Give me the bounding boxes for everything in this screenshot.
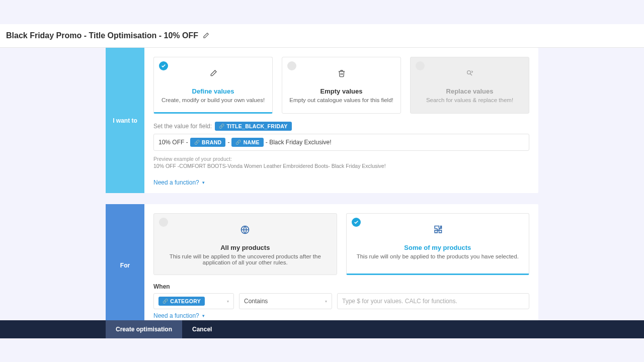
card-title: Replace values <box>417 87 523 95</box>
when-label: When <box>153 283 529 290</box>
side-label-iwantto: I want to <box>106 48 144 193</box>
card-title: Empty values <box>288 87 394 95</box>
value-formula-input[interactable]: 10% OFF - 🔗 BRAND - 🔗 NAME - Black Frida… <box>153 134 529 151</box>
field-label: Set the value for field: <box>153 123 212 130</box>
value-tag-name[interactable]: 🔗 NAME <box>231 138 263 147</box>
option-replace-values: Replace values Search for values & repla… <box>410 57 529 114</box>
when-operator-select[interactable]: Contains ▾ <box>239 293 332 309</box>
card-title: All my products <box>160 244 331 251</box>
value-text-part: 10% OFF - <box>158 139 188 146</box>
cancel-button[interactable]: Cancel <box>182 320 222 338</box>
card-title: Some of my products <box>353 244 523 251</box>
chevron-down-icon: ▾ <box>325 299 327 304</box>
option-empty-values[interactable]: Empty values Empty out catalogue values … <box>282 57 401 114</box>
check-icon <box>416 61 425 70</box>
create-optimisation-button[interactable]: Create optimisation <box>106 320 182 338</box>
card-subtitle: This rule will only be applied to the pr… <box>353 253 523 259</box>
link-icon: 🔗 <box>194 140 200 145</box>
pencil-icon <box>160 66 266 80</box>
trash-icon <box>288 66 394 80</box>
option-define-values[interactable]: Define values Create, modify or build yo… <box>153 57 273 114</box>
card-title: Define values <box>160 87 266 95</box>
link-icon: 🔗 <box>163 299 168 304</box>
check-icon <box>352 218 361 227</box>
when-value-input[interactable] <box>337 293 529 309</box>
when-field-select[interactable]: 🔗 CATEGORY ▾ <box>153 293 234 309</box>
need-function-link[interactable]: Need a function? ▾ <box>153 179 205 186</box>
page-title: Black Friday Promo - Title Optimisation … <box>6 31 198 40</box>
chevron-down-icon: ▾ <box>202 313 205 318</box>
value-tag-brand[interactable]: 🔗 BRAND <box>190 138 226 147</box>
option-all-products[interactable]: All my products This rule will be applie… <box>153 213 337 275</box>
preview-text: 10% OFF -COMFORT BOOTS-Vonda Women Leath… <box>153 163 529 169</box>
when-category-tag: 🔗 CATEGORY <box>158 297 205 306</box>
svg-point-0 <box>467 71 470 74</box>
link-icon: 🔗 <box>219 124 224 129</box>
value-text-part: - Black Friday Exclusive! <box>266 139 332 146</box>
preview-label: Preview example of your product: <box>153 156 529 162</box>
chevron-down-icon: ▾ <box>202 180 205 185</box>
value-text-part: - <box>227 139 229 146</box>
side-label-for: For <box>106 204 144 326</box>
field-tag[interactable]: 🔗 TITLE_BLACK_FRIDAY <box>215 122 291 131</box>
check-icon <box>287 61 296 70</box>
need-function-link[interactable]: Need a function? ▾ <box>153 312 205 319</box>
card-subtitle: Create, modify or build your own values! <box>160 97 266 103</box>
chevron-down-icon: ▾ <box>227 299 229 304</box>
search-replace-icon <box>417 66 523 80</box>
puzzle-icon <box>353 223 523 237</box>
card-subtitle: Search for values & replace them! <box>417 97 523 103</box>
option-some-products[interactable]: Some of my products This rule will only … <box>346 213 530 275</box>
link-icon: 🔗 <box>235 140 241 145</box>
bottom-action-bar: Create optimisation Cancel <box>0 320 644 338</box>
check-icon <box>159 218 168 227</box>
pencil-icon[interactable] <box>202 32 209 39</box>
card-subtitle: This rule will be applied to the uncover… <box>160 253 331 265</box>
globe-icon <box>160 223 331 237</box>
card-subtitle: Empty out catalogue values for this fiel… <box>288 97 394 103</box>
check-icon <box>159 61 168 70</box>
